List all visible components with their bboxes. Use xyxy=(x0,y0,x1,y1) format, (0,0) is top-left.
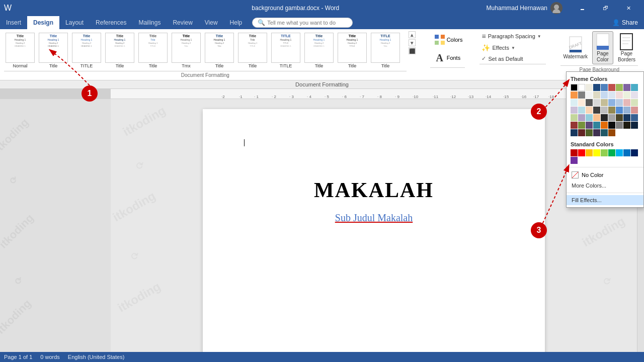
theme-color-swatch[interactable] xyxy=(578,107,585,114)
theme-color-swatch[interactable] xyxy=(586,107,593,114)
theme-color-swatch[interactable] xyxy=(601,122,608,129)
no-color-option[interactable]: No Color xyxy=(567,169,643,180)
tab-references[interactable]: References xyxy=(90,16,132,29)
theme-item-7[interactable]: Title Heading 1 Heading 2 Title Title xyxy=(203,31,235,70)
theme-color-swatch[interactable] xyxy=(593,129,600,136)
theme-scroll-down[interactable]: ▼ xyxy=(409,39,416,46)
standard-color-swatch[interactable] xyxy=(571,157,578,164)
theme-color-swatch[interactable] xyxy=(616,84,623,91)
theme-color-swatch[interactable] xyxy=(578,84,585,91)
theme-color-swatch[interactable] xyxy=(571,122,578,129)
theme-color-swatch[interactable] xyxy=(616,99,623,106)
theme-color-swatch[interactable] xyxy=(586,129,593,136)
standard-color-swatch[interactable] xyxy=(578,149,585,156)
standard-color-swatch[interactable] xyxy=(593,149,600,156)
theme-color-swatch[interactable] xyxy=(608,129,615,136)
theme-color-swatch[interactable] xyxy=(608,84,615,91)
theme-item-normal[interactable]: Title Heading 1 Heading 2 HEADING 1 Norm… xyxy=(4,31,36,70)
theme-color-swatch[interactable] xyxy=(623,107,630,114)
minimize-button[interactable]: 🗕 xyxy=(571,0,594,16)
theme-color-swatch[interactable] xyxy=(578,129,585,136)
theme-color-swatch[interactable] xyxy=(601,107,608,114)
theme-item-2[interactable]: Title Heading 1 Heading 2 HEADING 1 Titl… xyxy=(37,31,69,70)
tab-view[interactable]: View xyxy=(199,16,224,29)
tab-design[interactable]: Design xyxy=(27,16,59,29)
theme-color-swatch[interactable] xyxy=(608,92,615,99)
theme-item-4[interactable]: Title Heading 1 Heading 2 HEADING 1 Titl… xyxy=(104,31,136,70)
theme-color-swatch[interactable] xyxy=(616,114,623,121)
theme-color-swatch[interactable] xyxy=(631,92,638,99)
theme-color-swatch[interactable] xyxy=(578,99,585,106)
tab-help[interactable]: Help xyxy=(224,16,249,29)
theme-color-swatch[interactable] xyxy=(616,107,623,114)
set-as-default-button[interactable]: ✓ Set as Default xyxy=(479,54,546,63)
theme-item-11[interactable]: Title Heading 1 Heading 2 TITLE Title xyxy=(336,31,368,70)
theme-color-swatch[interactable] xyxy=(578,122,585,129)
theme-color-swatch[interactable] xyxy=(623,84,630,91)
more-colors-option[interactable]: More Colors... xyxy=(567,180,643,191)
theme-color-swatch[interactable] xyxy=(586,114,593,121)
standard-color-swatch[interactable] xyxy=(571,149,578,156)
standard-color-swatch[interactable] xyxy=(623,149,630,156)
theme-color-swatch[interactable] xyxy=(571,107,578,114)
theme-color-swatch[interactable] xyxy=(601,92,608,99)
theme-color-swatch[interactable] xyxy=(586,84,593,91)
tab-layout[interactable]: Layout xyxy=(59,16,90,29)
theme-color-swatch[interactable] xyxy=(623,122,630,129)
theme-color-swatch[interactable] xyxy=(601,84,608,91)
theme-color-swatch[interactable] xyxy=(631,99,638,106)
theme-color-swatch[interactable] xyxy=(586,92,593,99)
theme-item-6[interactable]: Title Heading 1 Heading 2 Title Tmx xyxy=(170,31,202,70)
theme-color-swatch[interactable] xyxy=(571,84,578,91)
restore-button[interactable]: 🗗 xyxy=(594,0,617,16)
theme-color-swatch[interactable] xyxy=(593,114,600,121)
standard-color-swatch[interactable] xyxy=(631,149,638,156)
theme-color-swatch[interactable] xyxy=(593,107,600,114)
theme-color-swatch[interactable] xyxy=(571,129,578,136)
theme-color-swatch[interactable] xyxy=(608,107,615,114)
theme-color-swatch[interactable] xyxy=(631,84,638,91)
paragraph-spacing-button[interactable]: ≡ Paragraph Spacing ▼ xyxy=(479,31,546,41)
theme-color-swatch[interactable] xyxy=(623,114,630,121)
standard-color-swatch[interactable] xyxy=(601,149,608,156)
standard-color-swatch[interactable] xyxy=(608,149,615,156)
tab-insert[interactable]: Insert xyxy=(0,16,27,29)
theme-color-swatch[interactable] xyxy=(593,84,600,91)
theme-color-swatch[interactable] xyxy=(608,114,615,121)
theme-color-swatch[interactable] xyxy=(608,122,615,129)
theme-color-swatch[interactable] xyxy=(571,92,578,99)
theme-item-9[interactable]: TITLE Heading 1 TITLE HEADING 1 TITLE xyxy=(270,31,302,70)
colors-button[interactable]: Colors xyxy=(430,31,465,48)
theme-color-swatch[interactable] xyxy=(631,114,638,121)
theme-item-12[interactable]: TITLE Heading 1 Heading 2 Title Title xyxy=(369,31,401,70)
theme-item-3[interactable]: Title Heading 1 Heading 2 HEADING 1 TITL… xyxy=(70,31,103,70)
theme-color-swatch[interactable] xyxy=(593,122,600,129)
theme-color-swatch[interactable] xyxy=(578,92,585,99)
theme-color-swatch[interactable] xyxy=(586,99,593,106)
theme-color-swatch[interactable] xyxy=(593,99,600,106)
theme-color-swatch[interactable] xyxy=(623,92,630,99)
close-button[interactable]: ✕ xyxy=(617,0,640,16)
theme-color-swatch[interactable] xyxy=(623,99,630,106)
page-borders-button[interactable]: PageBorders xyxy=(615,31,638,64)
theme-color-swatch[interactable] xyxy=(601,99,608,106)
standard-color-swatch[interactable] xyxy=(586,149,593,156)
tell-me-bar[interactable]: 🔍 xyxy=(252,18,353,28)
page-color-button[interactable]: PageColor xyxy=(592,31,613,64)
theme-color-swatch[interactable] xyxy=(586,122,593,129)
watermark-button[interactable]: DRAFT Watermark xyxy=(560,34,590,61)
theme-item-5[interactable]: Title Title Heading 1 TITLE Title xyxy=(137,31,169,70)
fonts-button[interactable]: A Fonts xyxy=(430,49,465,66)
search-input[interactable] xyxy=(267,20,347,26)
tab-mailings[interactable]: Mailings xyxy=(132,16,167,29)
theme-color-swatch[interactable] xyxy=(571,99,578,106)
theme-color-swatch[interactable] xyxy=(616,92,623,99)
theme-color-swatch[interactable] xyxy=(578,114,585,121)
theme-more[interactable]: ⬛ xyxy=(409,47,416,54)
theme-color-swatch[interactable] xyxy=(616,122,623,129)
theme-color-swatch[interactable] xyxy=(608,99,615,106)
theme-color-swatch[interactable] xyxy=(571,114,578,121)
theme-item-8[interactable]: Title Title Heading 1 TITLE Title xyxy=(236,31,269,70)
theme-color-swatch[interactable] xyxy=(631,122,638,129)
theme-color-swatch[interactable] xyxy=(601,114,608,121)
